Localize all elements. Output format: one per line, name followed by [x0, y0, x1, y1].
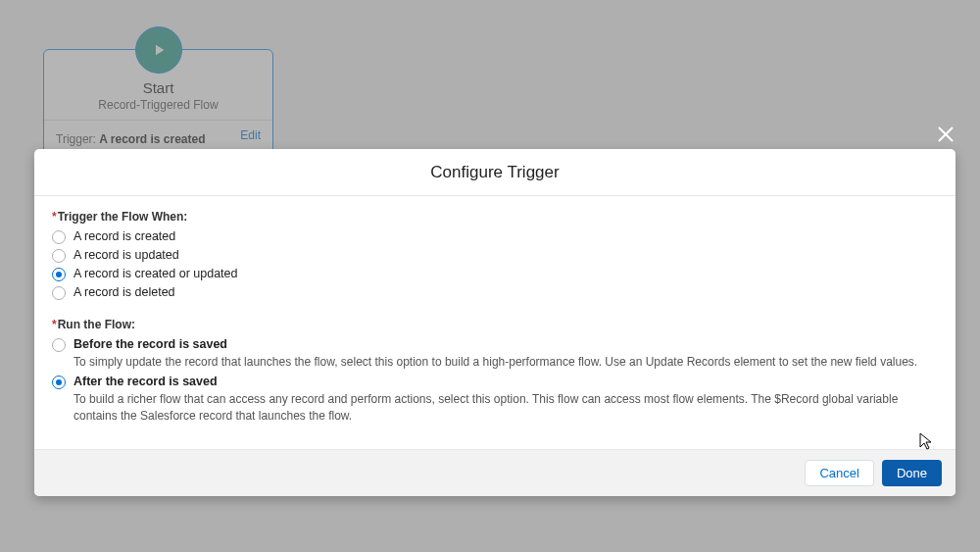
radio-icon[interactable]	[52, 230, 66, 244]
opt-record-updated[interactable]: A record is updated	[52, 248, 938, 263]
radio-icon[interactable]	[52, 249, 66, 263]
radio-icon[interactable]	[52, 286, 66, 300]
opt-record-created-or-updated[interactable]: A record is created or updated	[52, 267, 938, 281]
opt-record-created[interactable]: A record is created	[52, 229, 938, 244]
radio-icon[interactable]	[52, 338, 66, 352]
opt-before-save[interactable]: Before the record is saved To simply upd…	[52, 337, 938, 371]
trigger-when-label: *Trigger the Flow When:	[52, 210, 938, 224]
radio-icon[interactable]	[52, 268, 66, 281]
run-the-flow-label: *Run the Flow:	[52, 318, 938, 331]
close-icon[interactable]	[935, 124, 956, 145]
radio-icon[interactable]	[52, 376, 66, 389]
modal-title: Configure Trigger	[34, 149, 956, 196]
done-button[interactable]: Done	[882, 460, 942, 486]
opt-after-save[interactable]: After the record is saved To build a ric…	[52, 375, 938, 425]
opt-after-save-desc: To build a richer flow that can access a…	[74, 391, 938, 425]
opt-before-save-desc: To simply update the record that launche…	[74, 354, 938, 371]
opt-record-deleted[interactable]: A record is deleted	[52, 285, 938, 300]
cancel-button[interactable]: Cancel	[805, 460, 873, 486]
configure-trigger-modal: Configure Trigger *Trigger the Flow When…	[34, 149, 956, 496]
